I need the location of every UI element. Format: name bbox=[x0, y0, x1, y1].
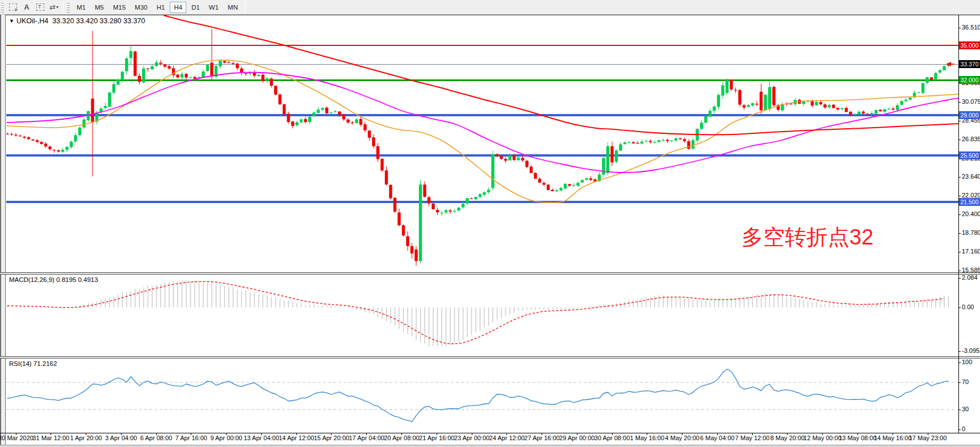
time-axis-label: 23 Apr 00:00 bbox=[454, 435, 489, 441]
time-axis-label: 30 Apr 08:00 bbox=[594, 435, 630, 441]
time-axis-label: 29 Apr 00:00 bbox=[559, 435, 594, 441]
ohlc-values: 33.320 33.420 33.280 33.370 bbox=[52, 17, 145, 25]
time-axis-label: 13 Apr 04:00 bbox=[244, 435, 279, 441]
y-axis-tick: 30 bbox=[962, 406, 969, 412]
time-axis-label: 14 May 16:00 bbox=[874, 435, 912, 441]
y-axis-tick: 0.00 bbox=[962, 303, 974, 310]
y-axis-tick: 26.835 bbox=[962, 136, 980, 142]
time-axis-label: 30 Mar 2020 bbox=[0, 435, 33, 441]
time-axis-label: 4 May 20:00 bbox=[665, 435, 700, 441]
time-axis-label: 20 Apr 08:00 bbox=[384, 435, 419, 441]
price-badge-32.000: 32.000 bbox=[959, 76, 980, 84]
y-axis-tick: 15.585 bbox=[962, 267, 980, 273]
time-axis-label: 14 Apr 12:00 bbox=[279, 435, 314, 441]
annotation-text: 多空转折点32 bbox=[742, 226, 873, 248]
rsi-pane[interactable] bbox=[6, 369, 958, 421]
price-badge-25.500: 25.500 bbox=[959, 151, 980, 159]
time-axis-label: 24 Apr 12:00 bbox=[489, 435, 525, 441]
pane-splitter-rsi[interactable] bbox=[0, 356, 980, 359]
time-axis-label: 3 Apr 04:00 bbox=[105, 435, 137, 441]
price-badge-35.000: 35.000 bbox=[959, 41, 980, 49]
time-axis-label: 1 May 16:00 bbox=[630, 435, 665, 441]
macd-pane[interactable] bbox=[7, 280, 949, 347]
time-axis-label: 15 Apr 20:00 bbox=[314, 435, 349, 441]
y-axis-tick: 36.510 bbox=[962, 24, 980, 31]
y-axis-tick: 2.084 bbox=[962, 274, 978, 281]
time-axis-label: 9 Apr 00:00 bbox=[210, 435, 242, 441]
time-axis-label: 21 Apr 16:00 bbox=[419, 435, 454, 441]
time-axis-label: 8 May 20:00 bbox=[770, 435, 805, 441]
y-axis-tick: 30.075 bbox=[962, 98, 980, 105]
pane-splitter-macd[interactable] bbox=[0, 272, 980, 275]
time-axis-label: 6 May 04:00 bbox=[700, 435, 735, 441]
time-axis-label: 13 May 08:00 bbox=[839, 435, 877, 441]
y-axis-tick: 100 bbox=[962, 359, 972, 365]
y-axis-tick: -3.0957 bbox=[962, 347, 980, 354]
chart-canvas[interactable] bbox=[0, 0, 980, 447]
time-axis-label: 12 May 00:00 bbox=[803, 435, 841, 441]
ma-orange-line[interactable] bbox=[7, 60, 958, 203]
y-axis-tick: 17.160 bbox=[962, 248, 980, 255]
macd-label: MACD(12,26,9) 0.8195 0.4913 bbox=[9, 276, 98, 283]
price-badge-33.370: 33.370 bbox=[959, 60, 980, 68]
y-axis-tick: 18.780 bbox=[962, 229, 980, 236]
time-axis-label: 17 May 23:00 bbox=[909, 435, 947, 441]
chart-title: ▼UKOil-,H4 33.320 33.420 33.280 33.370 bbox=[9, 17, 145, 25]
mt4-window: F A T ⇄▾ M1M5M15M30H1H4D1W1MN ▼UKOil-,H4… bbox=[0, 0, 980, 447]
symbol-dropdown-icon[interactable]: ▼ bbox=[9, 18, 14, 24]
time-axis-label: 7 May 12:00 bbox=[735, 435, 770, 441]
y-axis-tick: 70 bbox=[962, 378, 969, 385]
time-axis-label: 1 Apr 20:00 bbox=[70, 435, 102, 441]
time-axis-label: 31 Mar 12:00 bbox=[32, 435, 69, 441]
time-axis-label: 6 Apr 08:00 bbox=[140, 435, 172, 441]
time-axis-label: 17 Apr 04:00 bbox=[349, 435, 384, 441]
y-axis-tick: 20.400 bbox=[962, 210, 980, 217]
symbol-timeframe: UKOil-,H4 bbox=[16, 17, 48, 25]
ma-magenta-line[interactable] bbox=[7, 73, 958, 172]
price-badge-29.000: 29.000 bbox=[959, 111, 980, 119]
y-axis-tick: 0 bbox=[962, 425, 965, 432]
window-bottom-edge bbox=[0, 445, 980, 447]
time-axis-line bbox=[0, 433, 980, 433]
y-axis-tick: 23.640 bbox=[962, 173, 980, 180]
time-axis-label: 27 Apr 16:00 bbox=[524, 435, 559, 441]
rsi-line[interactable] bbox=[7, 369, 949, 421]
time-axis-label: 7 Apr 16:00 bbox=[175, 435, 207, 441]
rsi-label: RSI(14) 71.2162 bbox=[9, 360, 57, 367]
price-badge-21.500: 21.500 bbox=[959, 198, 980, 206]
